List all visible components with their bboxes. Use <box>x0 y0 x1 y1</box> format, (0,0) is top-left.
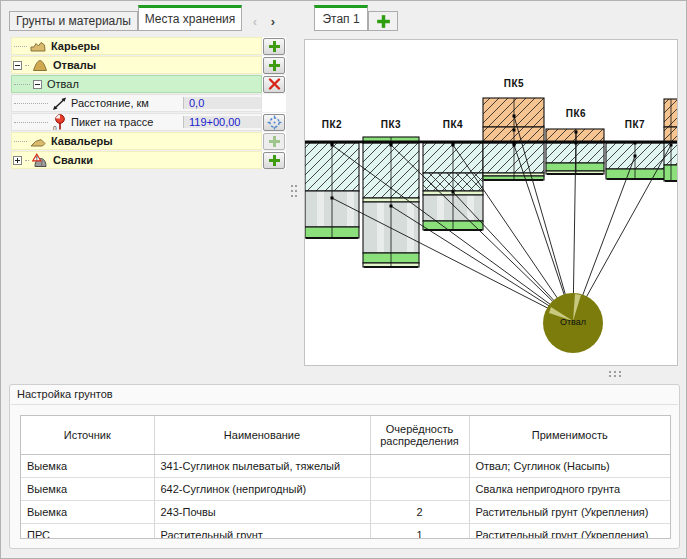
tree-label: Отвал <box>47 78 79 90</box>
volume-marker <box>513 142 516 145</box>
add-stage-button[interactable] <box>368 11 398 31</box>
volume-marker <box>513 129 516 132</box>
soil-table-row[interactable]: Выемка243-Почвы2Растительный грунт (Укре… <box>21 501 670 524</box>
tree-row-button-cell <box>262 75 286 93</box>
tab-stage-1[interactable]: Этап 1 <box>314 5 368 31</box>
svg-text:0: 0 <box>53 124 57 131</box>
tree-row-dump-item[interactable]: Отвал <box>11 75 286 93</box>
tree-connector <box>25 64 29 66</box>
tree-connector <box>14 121 48 123</box>
soil-table-row[interactable]: Выемка341-Суглинок пылеватый, тяжелыйОтв… <box>21 455 670 478</box>
add-button[interactable] <box>263 38 285 55</box>
soil-table-cell[interactable]: 2 <box>370 501 469 524</box>
station-пк7 <box>606 143 666 179</box>
vertical-splitter-grip-icon <box>291 185 293 187</box>
expander-minus-icon[interactable] <box>12 61 23 70</box>
soil-table-cell[interactable]: 1 <box>370 524 469 540</box>
soil-table-row[interactable]: ПРСРастительный грунт1Растительный грунт… <box>21 524 670 540</box>
tree-row-landfills[interactable]: Свалки <box>11 151 286 169</box>
horizontal-splitter[interactable] <box>304 367 678 381</box>
tab-storage-places[interactable]: Места хранения <box>138 5 242 31</box>
tree-connector <box>14 102 48 104</box>
volume-marker <box>331 142 334 145</box>
tree-row-cavaliers[interactable]: Кавальеры <box>11 132 286 150</box>
tab-soils-materials[interactable]: Грунты и материалы <box>9 11 138 31</box>
soil-table-cell[interactable] <box>370 478 469 501</box>
profile-axis <box>305 141 677 144</box>
tree-row-button-cell <box>262 94 286 112</box>
tree-row-picket[interactable]: 0Пикет на трассе119+00,00 <box>11 113 286 131</box>
add-button[interactable] <box>263 133 285 150</box>
tree-label: Карьеры <box>51 40 100 52</box>
plus-icon <box>376 14 391 29</box>
tree-label: Отвалы <box>53 59 96 71</box>
soil-table-cell[interactable]: Выемка <box>21 455 154 478</box>
soil-table-cell[interactable]: 341-Суглинок пылеватый, тяжелый <box>154 455 370 478</box>
tree-row-button-cell <box>262 151 286 169</box>
dump-site-icon <box>31 153 49 168</box>
soil-table-header: Наименование <box>154 416 370 455</box>
station-label: ПК4 <box>443 119 463 130</box>
soil-table-header-row: ИсточникНаименованиеОчерёдность распреде… <box>21 416 670 455</box>
soil-table: ИсточникНаименованиеОчерёдность распреде… <box>21 416 670 539</box>
add-button[interactable] <box>263 152 285 169</box>
delete-button[interactable] <box>263 76 285 93</box>
soil-table-cell[interactable]: Свалка непригодного грунта <box>469 478 670 501</box>
tree-connector <box>25 159 29 161</box>
volume-marker <box>390 142 393 145</box>
volume-marker <box>575 142 578 145</box>
tree-row-button-cell <box>262 37 286 55</box>
station-label: ПК6 <box>566 108 586 119</box>
mound-icon <box>31 58 49 72</box>
tree-label: Пикет на трассе <box>71 116 153 128</box>
soil-table-cell[interactable]: Растительный грунт <box>154 524 370 540</box>
volume-marker <box>452 191 455 194</box>
expander-minus-icon[interactable] <box>32 80 43 89</box>
app-window: Грунты и материалы Места хранения ‹ › Эт… <box>0 0 687 559</box>
soil-table-cell[interactable] <box>370 455 469 478</box>
station-label: ПК5 <box>504 78 524 89</box>
tree-connector <box>14 83 30 85</box>
cross-sections-canvas[interactable]: ПК2ПК3ПК4ПК5ПК6ПК7Отвал <box>304 39 678 366</box>
station-пк5 <box>483 98 544 180</box>
quarry-icon <box>29 39 47 53</box>
add-button[interactable] <box>263 57 285 74</box>
tree-label: Свалки <box>53 154 93 166</box>
tab-scroll-left-icon[interactable]: ‹ <box>247 13 263 29</box>
soil-table-cell[interactable]: 243-Почвы <box>154 501 370 524</box>
soil-table-cell[interactable]: 642-Суглинок (непригодный) <box>154 478 370 501</box>
station-edge <box>664 99 677 181</box>
soil-table-header: Применимость <box>469 416 670 455</box>
tree-connector <box>14 140 27 142</box>
tree-row-dumps[interactable]: Отвалы <box>11 56 286 74</box>
horizontal-splitter-grip-icon <box>609 371 611 373</box>
soil-table-row[interactable]: Выемка642-Суглинок (непригодный)Свалка н… <box>21 478 670 501</box>
tab-scroll-right-icon[interactable]: › <box>265 13 281 29</box>
tree-row-quarries[interactable]: Карьеры <box>11 37 286 55</box>
locate-button[interactable] <box>263 114 285 131</box>
storage-tree: КарьерыОтвалыОтвалРасстояние, км0,00Пике… <box>11 37 286 170</box>
station-label: ПК3 <box>381 119 401 130</box>
tree-row-button-cell <box>262 132 286 150</box>
volume-marker <box>670 144 673 147</box>
volume-marker <box>634 142 637 145</box>
tree-row-button-cell <box>262 56 286 74</box>
tree-connector <box>14 45 27 47</box>
distance-value[interactable]: 0,0 <box>183 97 261 109</box>
expander-plus-icon[interactable] <box>12 156 23 165</box>
tree-row-distance[interactable]: Расстояние, км0,0 <box>11 94 286 112</box>
soil-table-cell[interactable]: ПРС <box>21 524 154 540</box>
vertical-splitter[interactable] <box>288 37 302 366</box>
soil-table-cell[interactable]: Выемка <box>21 501 154 524</box>
station-пк2 <box>305 143 359 238</box>
tree-row-button-cell <box>262 113 286 131</box>
distance-icon <box>50 96 68 111</box>
soil-table-header: Источник <box>21 416 154 455</box>
soil-table-cell[interactable]: Растительный грунт (Укрепления) <box>469 501 670 524</box>
soil-table-cell[interactable]: Выемка <box>21 478 154 501</box>
soil-table-header: Очерёдность распределения <box>370 416 469 455</box>
picket-value[interactable]: 119+00,00 <box>183 116 261 128</box>
soil-table-cell[interactable]: Растительный грунт (Укрепления) <box>469 524 670 540</box>
soil-table-cell[interactable]: Отвал; Суглинок (Насыпь) <box>469 455 670 478</box>
panel-separator <box>11 404 678 405</box>
